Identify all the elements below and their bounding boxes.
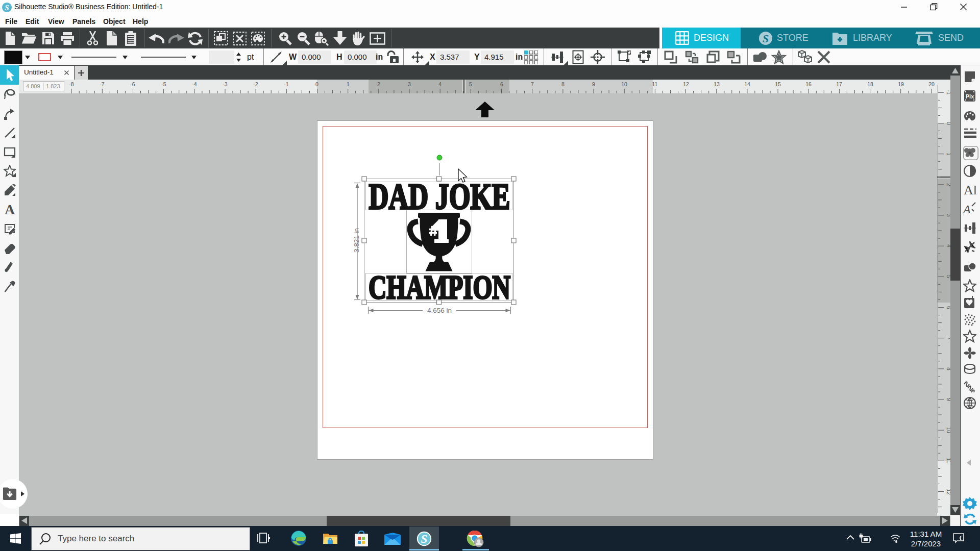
svg-text:-3: -3	[223, 81, 227, 87]
svg-text:5: 5	[469, 81, 472, 87]
svg-text:6: 6	[946, 306, 950, 309]
svg-text:4: 4	[946, 244, 950, 247]
svg-text:A: A	[963, 203, 971, 216]
svg-text:A: A	[5, 204, 15, 216]
svg-text:11: 11	[652, 81, 658, 87]
svg-text:2/7/2023: 2/7/2023	[911, 539, 941, 548]
svg-text:2: 2	[946, 183, 950, 186]
svg-text:15: 15	[775, 81, 781, 87]
svg-text:12: 12	[946, 489, 950, 495]
svg-text:-2: -2	[253, 81, 258, 87]
svg-text:3: 3	[946, 214, 950, 217]
svg-text:19: 19	[898, 81, 904, 87]
svg-text:10: 10	[946, 427, 950, 433]
svg-text:20: 20	[928, 81, 935, 87]
svg-text:0: 0	[315, 81, 318, 87]
svg-text:8: 8	[561, 81, 565, 87]
svg-text:2: 2	[377, 81, 380, 87]
svg-text:13: 13	[714, 81, 720, 87]
svg-text:9: 9	[946, 398, 950, 401]
svg-text:17: 17	[836, 81, 842, 87]
svg-text:12: 12	[683, 81, 689, 87]
svg-text:-7: -7	[100, 81, 104, 87]
svg-text:3: 3	[408, 81, 411, 87]
svg-text:-1: -1	[946, 90, 950, 94]
svg-text:-1: -1	[284, 81, 288, 87]
svg-text:3.821 in: 3.821 in	[353, 228, 360, 253]
svg-text:S: S	[421, 533, 428, 545]
svg-text:1: 1	[946, 153, 950, 156]
svg-text:0: 0	[946, 122, 950, 125]
svg-text:DAD JOKE: DAD JOKE	[369, 176, 510, 217]
svg-text:-5: -5	[161, 81, 166, 87]
svg-text:9: 9	[592, 81, 595, 87]
svg-text:14: 14	[744, 81, 750, 87]
svg-text:16: 16	[805, 81, 812, 87]
svg-text:11: 11	[946, 458, 950, 464]
svg-text:4.656 in: 4.656 in	[427, 307, 452, 314]
svg-text:Al: Al	[964, 184, 976, 197]
svg-text:7: 7	[531, 81, 534, 87]
svg-text:1: 1	[347, 81, 350, 87]
svg-text:6: 6	[500, 81, 503, 87]
svg-text:4: 4	[438, 81, 442, 87]
svg-text:-4: -4	[192, 81, 197, 87]
svg-text:18: 18	[867, 81, 873, 87]
svg-text:7: 7	[946, 337, 950, 340]
svg-text:-6: -6	[130, 81, 135, 87]
svg-text:5: 5	[946, 275, 950, 278]
svg-text:11:31 AM: 11:31 AM	[910, 530, 942, 538]
svg-text:8: 8	[946, 367, 950, 370]
svg-text:-8: -8	[69, 81, 74, 87]
svg-text:10: 10	[621, 81, 627, 87]
svg-text:Pix: Pix	[966, 93, 974, 99]
svg-text:S: S	[5, 4, 9, 12]
svg-text:S: S	[763, 32, 769, 45]
